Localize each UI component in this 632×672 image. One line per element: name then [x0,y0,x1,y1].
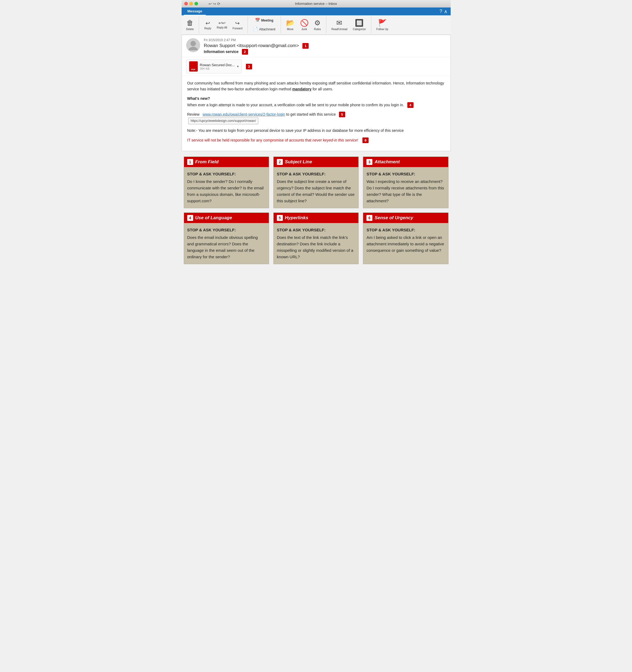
move-button[interactable]: 📂 Move [284,18,297,32]
card-text-4: Does the email include obvious spelling … [187,235,258,259]
forward-button[interactable]: ↪ Forward [230,19,245,31]
email-body: Our community has suffered from many phi… [182,76,450,151]
attachment-size: 394 KB [200,67,235,70]
info-card-1: 1 From Field STOP & ASK YOURSELF: Do I k… [184,157,269,208]
meeting-group: 📅 Meeting 📄 Attachment [251,17,281,33]
forward-icon: ↪ [235,20,240,26]
urgent-suffix: never keyed-in this service! [312,138,358,142]
categorize-button[interactable]: 🔲 Categorize [350,18,368,32]
attachment-info: Rowan Secured Doc... 394 KB [200,63,235,70]
reply-all-label: Reply All [217,26,227,29]
delete-button[interactable]: 🗑 Delete [184,18,196,32]
card-num-1: 1 [187,159,193,165]
card-body-6: STOP & ASK YOURSELF: Am I being asked to… [363,223,448,258]
note-line: Note:- You are meant to login from your … [187,127,445,134]
window-title: Information service – Inbox [295,2,337,6]
card-title-2: Subject Line [285,159,312,165]
card-num-6: 6 [367,215,372,221]
meeting-icon: 📅 [255,18,260,23]
email-subject: Information service 2 [204,49,446,54]
refresh-icon[interactable]: ⟳ [217,2,220,6]
info-card-2: 2 Subject Line STOP & ASK YOURSELF: Does… [273,157,359,208]
card-title-3: Attachment [375,159,400,165]
collapse-icon[interactable]: ∧ [444,8,447,15]
email-date: Fri 3/15/2019 2:47 PM [204,38,446,42]
card-title-6: Sense of Urgency [375,215,413,221]
read-unread-icon: ✉ [336,19,342,27]
meeting-label: Meeting [261,19,273,22]
attachment-button[interactable]: 📄 Attachment [251,25,278,33]
reply-icon: ↩ [206,20,210,26]
follow-up-label: Follow Up [376,28,388,31]
attachment-file[interactable]: Rowan Secured Doc... 394 KB ▾ [186,59,242,73]
card-header-4: 4 Use of Language [184,213,269,223]
forward-icon[interactable]: ↪ [213,2,216,6]
reply-label: Reply [205,27,211,30]
card-body-4: STOP & ASK YOURSELF: Does the email incl… [184,223,269,264]
pdf-icon [189,61,198,72]
delete-group: 🗑 Delete [184,17,200,33]
card-body-3: STOP & ASK YOURSELF: Was I expecting to … [363,167,448,208]
tab-message[interactable]: Message [184,7,206,15]
meeting-button[interactable]: 📅 Meeting [251,17,278,24]
delete-label: Delete [186,28,194,31]
reply-group: ↩ Reply ↩↩ Reply All ↪ Forward [202,17,248,33]
reply-all-button[interactable]: ↩↩ Reply All [214,19,230,31]
title-bar: ↩ ↪ ⟳ Information service – Inbox [182,0,451,7]
read-unread-label: Read/Unread [331,28,347,31]
help-icon[interactable]: ? [439,8,442,14]
read-unread-button[interactable]: ✉ Read/Unread [329,18,350,32]
body-para1: Our community has suffered from many phi… [187,80,445,92]
rules-icon: ⚙ [314,19,321,27]
info-card-4: 4 Use of Language STOP & ASK YOURSELF: D… [184,213,269,264]
attachment-label: Attachment [259,27,276,31]
card-num-5: 5 [277,215,283,221]
card-stop-label-3: STOP & ASK YOURSELF: [367,171,445,177]
follow-up-group: 🚩 Follow Up [374,17,393,33]
card-text-6: Am I being asked to click a link or open… [367,235,444,253]
back-icon[interactable]: ↩ [209,2,212,6]
subject-badge: 2 [242,49,248,55]
body-badge5: 5 [339,112,345,117]
move-group: 📂 Move 🚫 Junk ⚙ Rules [284,17,326,33]
maximize-button[interactable] [194,2,198,5]
card-title-4: Use of Language [195,215,232,221]
categorize-icon: 🔲 [355,19,364,27]
email-header: Fri 3/15/2019 2:47 PM Rowan Support <its… [182,35,450,57]
card-text-3: Was I expecting to receive an attachment… [367,179,444,203]
card-num-2: 2 [277,159,283,165]
rules-button[interactable]: ⚙ Rules [311,18,323,32]
body-badge6: 6 [362,138,369,143]
junk-button[interactable]: 🚫 Junk [298,18,311,32]
card-text-5: Does the text of the link match the link… [277,235,353,259]
window-controls[interactable] [184,2,198,5]
subject-text: Information service [204,49,239,54]
nav-arrows[interactable]: ↩ ↪ ⟳ [209,2,220,6]
attachment-dropdown-icon[interactable]: ▾ [237,65,239,68]
ribbon-tab-bar: Message ? ∧ [182,7,451,15]
attachment-name: Rowan Secured Doc... [200,63,235,67]
categorize-label: Categorize [353,28,366,31]
mandatory-text: mandatory [292,87,311,91]
close-button[interactable] [184,2,188,5]
junk-icon: 🚫 [300,19,309,27]
link-suffix: to get started with this service [286,112,336,117]
card-header-5: 5 Hyperlinks [274,213,358,223]
card-num-3: 3 [367,159,372,165]
email-viewer: Fri 3/15/2019 2:47 PM Rowan Support <its… [182,35,451,151]
reply-button[interactable]: ↩ Reply [202,19,214,31]
follow-up-button[interactable]: 🚩 Follow Up [374,18,391,32]
info-card-6: 6 Sense of Urgency STOP & ASK YOURSELF: … [363,213,448,264]
para2-text: When ever a login attempt is made to you… [187,103,404,107]
from-address: Rowan Support <itsupport-rowan@gmail.com… [204,43,299,48]
urgent-prefix: IT service will not be held responsible … [187,138,313,142]
svg-point-1 [189,47,198,50]
email-link[interactable]: www.rowan.edu/owa/client-services/2-fact… [203,112,285,117]
sender-avatar [186,38,200,52]
forward-label: Forward [232,27,242,30]
card-text-1: Do I know the sender? Do I normally comm… [187,179,264,203]
card-num-4: 4 [187,215,193,221]
minimize-button[interactable] [189,2,193,5]
attachment-badge: 3 [246,64,252,69]
attachment-icon: 📄 [253,27,258,31]
